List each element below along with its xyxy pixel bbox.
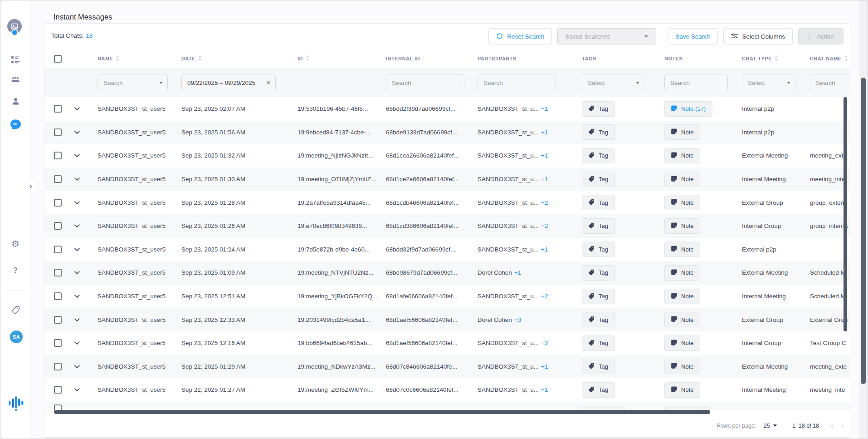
name-filter-select[interactable]: Search [98,74,168,91]
participants-more-link[interactable]: +1 [541,363,548,370]
tag-button[interactable]: Tag [582,289,615,304]
tag-button[interactable]: Tag [582,312,615,327]
save-search-button[interactable]: Save Search [668,28,718,44]
expand-row-button[interactable] [74,199,80,206]
note-button[interactable]: Note [664,335,700,351]
sidebar-item-help[interactable]: ? [0,266,30,275]
sidebar-item-labels[interactable] [0,306,30,314]
participants-more-link[interactable]: +1 [541,105,548,112]
participants-more-link[interactable]: +1 [514,269,521,276]
expand-row-button[interactable] [74,386,80,393]
sidebar-item-users[interactable] [0,97,30,105]
note-button[interactable]: Note [664,172,700,187]
tag-button[interactable]: Tag [582,148,615,163]
row-checkbox[interactable] [54,404,62,410]
tag-button[interactable]: Tag [582,218,615,234]
note-button[interactable]: Note [664,289,700,304]
note-button[interactable]: Note [664,359,700,374]
window-scrollbar-thumb[interactable] [861,78,866,384]
rows-per-page-select[interactable]: 25 [763,422,776,429]
row-checkbox[interactable] [54,386,62,394]
note-button[interactable]: Note [664,148,700,163]
note-button[interactable]: Note [664,124,700,140]
expand-row-button[interactable] [74,222,80,229]
action-button[interactable]: ⋮ Action [798,28,844,44]
chat-name-filter-input[interactable]: Search [810,74,850,91]
participants-more-link[interactable]: +2 [541,293,548,300]
row-checkbox[interactable] [54,152,62,159]
tag-button[interactable]: Tag [582,335,615,351]
select-all-checkbox[interactable] [54,55,62,63]
participants-more-link[interactable]: +3 [514,316,521,323]
tag-button[interactable]: Tag [582,359,615,374]
row-checkbox[interactable] [54,339,62,347]
row-checkbox[interactable] [54,222,62,230]
row-checkbox[interactable] [54,246,62,253]
row-checkbox[interactable] [54,292,62,300]
participants-more-link[interactable]: +2 [541,340,548,346]
tag-button[interactable]: Tag [582,242,615,257]
participants-more-link[interactable]: +1 [541,152,548,159]
participants-more-link[interactable]: +1 [541,176,548,183]
next-page-button[interactable]: › [841,422,844,430]
column-header-id[interactable]: ID [291,55,380,62]
expand-row-button[interactable] [74,293,80,300]
column-header-chat-name[interactable]: CHAT NAME [804,55,850,62]
expand-row-button[interactable] [74,316,80,323]
participants-more-link[interactable]: +1 [541,386,548,393]
tag-button[interactable]: Tag [582,172,615,187]
column-header-date[interactable]: DATE [175,55,291,62]
note-button[interactable]: Note [664,195,700,210]
tag-button[interactable]: Tag [582,265,615,281]
tag-button[interactable]: Tag [582,382,615,398]
note-button[interactable]: Note [664,242,700,257]
reset-search-button[interactable]: Reset Search [488,28,552,44]
clear-date-icon[interactable]: ✕ [266,79,271,86]
select-columns-button[interactable]: Select Columns [723,28,793,44]
date-range-filter[interactable]: 09/22/2025 – 09/29/2025 ✕ [181,74,276,91]
note-button[interactable]: Note (17) [664,101,712,117]
tag-button[interactable]: Tag [582,195,615,210]
note-button[interactable]: Note [664,218,700,234]
expand-row-button[interactable] [74,129,80,136]
note-button[interactable]: Note [664,312,700,327]
sidebar-expand-button[interactable]: › [26,181,36,191]
participants-more-link[interactable]: +2 [541,222,548,229]
vertical-scrollbar-thumb[interactable] [844,97,847,331]
note-button[interactable]: Note [664,382,700,398]
column-header-chat-type[interactable]: CHAT TYPE [736,55,804,62]
expand-row-button[interactable] [74,246,80,253]
note-button[interactable]: Note [664,265,700,281]
expand-row-button[interactable] [74,269,80,276]
participants-more-link[interactable]: +2 [541,199,548,206]
tags-filter-select[interactable]: Select [582,74,644,91]
horizontal-scrollbar-thumb[interactable] [54,410,710,414]
row-checkbox[interactable] [54,175,62,183]
expand-row-button[interactable] [74,340,80,346]
chat-type-filter-select[interactable]: Select [742,74,795,91]
expand-row-button[interactable] [74,363,80,370]
expand-row-button[interactable] [74,152,80,159]
notes-filter-input[interactable]: Search [664,74,728,91]
previous-page-button[interactable]: ‹ [831,422,834,430]
tag-button[interactable]: Tag [582,124,615,140]
sidebar-item-lists[interactable] [0,56,30,64]
row-checkbox[interactable] [54,316,62,324]
workspace-avatar[interactable] [7,19,22,34]
sidebar-item-instant-messages-active[interactable] [0,118,30,131]
row-checkbox[interactable] [54,128,62,136]
expand-row-button[interactable] [74,176,80,183]
row-checkbox[interactable] [54,363,62,370]
user-avatar[interactable]: SA [10,330,23,343]
row-checkbox[interactable] [54,105,62,113]
participants-more-link[interactable]: +1 [541,129,548,136]
row-checkbox[interactable] [54,269,62,276]
internal-id-filter-input[interactable]: Search [386,74,464,91]
sidebar-item-settings[interactable]: ⚙ [0,238,30,249]
expand-row-button[interactable] [74,105,80,112]
saved-searches-select[interactable]: Saved Searches [557,28,656,44]
tag-button[interactable]: Tag [582,101,615,117]
row-checkbox[interactable] [54,199,62,207]
participants-filter-input[interactable]: Search [478,74,556,91]
participants-more-link[interactable]: +1 [541,246,548,253]
